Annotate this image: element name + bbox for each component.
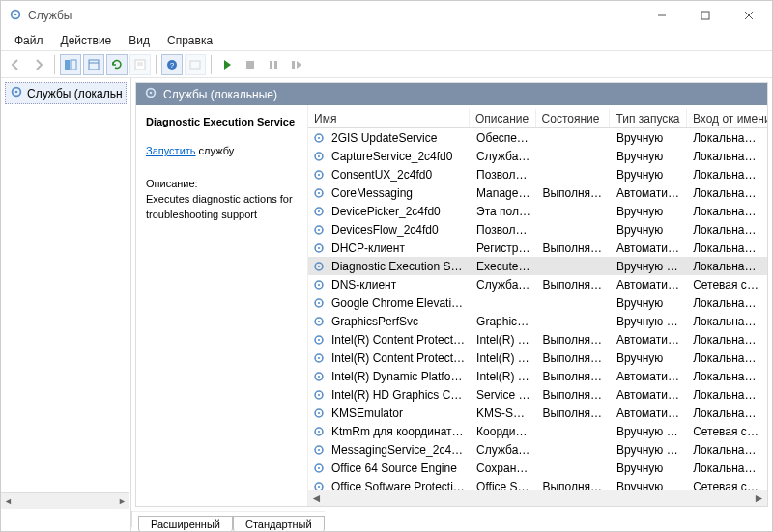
service-row[interactable]: GraphicsPerfSvcGraphics p...Вручную (ак.… (308, 312, 767, 330)
cell-name: Office 64 Source Engine (326, 462, 471, 475)
cell-desc: Сохранени... (471, 462, 536, 475)
cell-startup: Вручную (611, 150, 687, 163)
cell-name: 2GIS UpdateService (326, 131, 471, 145)
tab-extended[interactable]: Расширенный (138, 516, 233, 532)
service-row[interactable]: Intel(R) Content Protection H...Intel(R)… (308, 330, 767, 349)
service-row[interactable]: DNS-клиентСлужба DN...ВыполняетсяАвтомат… (308, 275, 767, 294)
svg-point-29 (318, 173, 320, 175)
svg-point-47 (318, 338, 320, 340)
col-startup[interactable]: Тип запуска (610, 109, 687, 127)
svg-point-45 (318, 320, 320, 322)
col-name[interactable]: Имя (308, 109, 470, 127)
cell-startup: Вручную (611, 205, 687, 218)
svg-rect-19 (292, 61, 295, 69)
cell-desc: Позволяет ... (471, 168, 536, 182)
cell-name: ConsentUX_2c4fd0 (326, 168, 471, 182)
minimize-button[interactable] (640, 2, 683, 29)
service-row[interactable]: KtmRm для координатора ...Координи...Вру… (308, 422, 767, 440)
refresh-button[interactable] (106, 54, 128, 75)
start-service-button[interactable] (216, 54, 238, 75)
toolbar: ? (1, 51, 772, 78)
gear-icon (308, 168, 326, 182)
menu-help[interactable]: Справка (159, 32, 220, 49)
svg-point-53 (318, 393, 320, 395)
service-row[interactable]: DevicesFlow_2c4fd0Позволяет ...ВручнуюЛо… (308, 220, 767, 238)
service-row[interactable]: CoreMessagingManages c...ВыполняетсяАвто… (308, 183, 767, 202)
scroll-left-icon[interactable]: ◄ (308, 490, 325, 507)
svg-point-61 (318, 466, 320, 468)
tree-root-item[interactable]: Службы (локальн (5, 82, 127, 104)
maximize-button[interactable] (683, 2, 727, 29)
toolbar-extra-button[interactable] (185, 54, 206, 75)
service-row[interactable]: Intel(R) Content Protection H...Intel(R)… (308, 349, 767, 367)
tab-standard[interactable]: Стандартный (233, 516, 325, 532)
properties-button[interactable] (129, 54, 151, 75)
cell-status: Выполняется (536, 406, 611, 420)
service-row[interactable]: ConsentUX_2c4fd0Позволяет ...ВручнуюЛока… (308, 165, 767, 183)
help-button[interactable]: ? (161, 54, 183, 75)
cell-name: CoreMessaging (326, 186, 471, 200)
show-hide-tree-button[interactable] (60, 54, 81, 75)
cell-startup: Вручную (611, 480, 687, 490)
service-row[interactable]: 2GIS UpdateServiceОбеспечив...ВручнуюЛок… (308, 128, 767, 147)
cell-status: Выполняется (536, 351, 611, 365)
svg-rect-6 (65, 60, 70, 70)
service-row[interactable]: Diagnostic Execution ServiceExecutes di.… (308, 257, 767, 275)
service-row[interactable]: Intel(R) HD Graphics Control ...Service … (308, 385, 767, 404)
cell-desc: Graphics p... (471, 315, 536, 328)
menu-file[interactable]: Файл (7, 32, 51, 49)
svg-rect-16 (246, 61, 254, 69)
gear-icon (308, 388, 326, 402)
scroll-left-icon[interactable]: ◄ (1, 496, 15, 506)
stop-service-button[interactable] (240, 54, 261, 75)
svg-point-57 (318, 430, 320, 432)
col-status[interactable]: Состояние (536, 109, 611, 127)
svg-point-21 (15, 91, 18, 94)
tree-horizontal-scrollbar[interactable]: ◄ ► (1, 492, 129, 509)
svg-point-59 (318, 448, 320, 450)
cell-startup: Автоматичес... (611, 333, 687, 347)
cell-startup: Автоматичес... (611, 388, 687, 402)
forward-button[interactable] (28, 54, 49, 75)
gear-icon (10, 85, 23, 101)
horizontal-scrollbar[interactable]: ◄ ► (308, 490, 767, 506)
col-logon[interactable]: Вход от имени (687, 109, 767, 127)
scroll-right-icon[interactable]: ► (751, 490, 767, 507)
service-row[interactable]: MessagingService_2c4fd0Служба, от...Вруч… (308, 440, 767, 459)
service-row[interactable]: Google Chrome Elevation Se...ВручнуюЛока… (308, 294, 767, 312)
menu-view[interactable]: Вид (121, 32, 157, 49)
service-row[interactable]: Office 64 Source EngineСохранени...Вручн… (308, 459, 767, 477)
svg-point-33 (318, 210, 320, 211)
export-list-button[interactable] (83, 54, 104, 75)
service-row[interactable]: DHCP-клиентРегистриру...ВыполняетсяАвтом… (308, 238, 767, 257)
cell-desc: KMS-Servic (471, 406, 536, 420)
pause-service-button[interactable] (263, 54, 284, 75)
svg-point-31 (318, 191, 320, 193)
cell-desc: Service for I... (471, 388, 536, 402)
svg-point-43 (318, 301, 320, 303)
service-row[interactable]: Office Software Protection Pl...Office S… (308, 477, 767, 490)
service-row[interactable]: CaptureService_2c4fd0Служба за...Вручную… (308, 147, 767, 165)
restart-service-button[interactable] (286, 54, 307, 75)
cell-name: Intel(R) HD Graphics Control ... (326, 388, 471, 402)
cell-name: KMSEmulator (326, 406, 471, 420)
service-row[interactable]: DevicePicker_2c4fd0Эта пользо...ВручнуюЛ… (308, 202, 767, 220)
cell-logon: Локальная сис (687, 223, 767, 237)
cell-startup: Автоматичес... (611, 186, 687, 200)
cell-logon: Локальная сис (687, 260, 767, 273)
svg-point-35 (318, 228, 320, 230)
start-service-link[interactable]: Запустить (146, 145, 196, 156)
cell-desc: Intel(R) Con... (471, 333, 536, 347)
service-row[interactable]: Intel(R) Dynamic Platform an...Intel(R) … (308, 367, 767, 385)
cell-desc: Позволяет ... (471, 223, 536, 237)
svg-point-55 (318, 411, 320, 413)
scroll-right-icon[interactable]: ► (115, 496, 129, 506)
col-desc[interactable]: Описание (470, 109, 536, 127)
back-button[interactable] (5, 54, 26, 75)
menu-action[interactable]: Действие (53, 32, 120, 49)
close-button[interactable] (727, 2, 770, 29)
cell-logon: Сетевая служб (687, 278, 767, 292)
cell-desc: Служба, от... (471, 443, 536, 457)
service-row[interactable]: KMSEmulatorKMS-ServicВыполняетсяАвтомати… (308, 404, 767, 422)
gear-icon (308, 278, 326, 292)
